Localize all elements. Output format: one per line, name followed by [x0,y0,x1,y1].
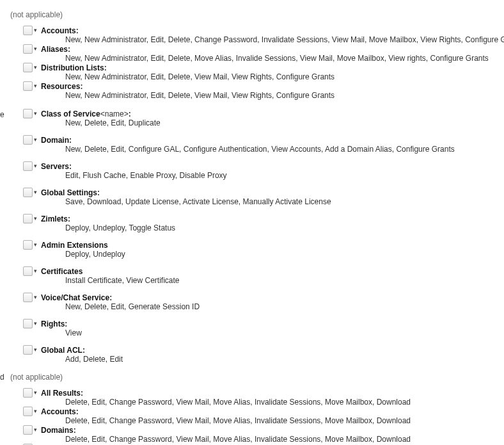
section-servers: ▾Servers:Edit, Flush Cache, Enable Proxy… [23,161,504,180]
caret-down-icon: ▾ [34,83,37,89]
caret-down-icon: ▾ [34,137,37,143]
section-title-domain: Domain [41,136,69,145]
expander-certs[interactable]: ▾ [23,266,37,276]
section-title-suffix-cos: <name> [100,109,129,118]
section-title-rights: Rights [41,320,65,328]
section-title-gacl: Global ACL [41,346,83,355]
section-ops-domain: New, Delete, Edit, Configure GAL, Config… [65,145,504,154]
expand-box-icon [23,345,33,355]
section-ops-distlists: New, New Administrator, Edit, Delete, Vi… [65,72,504,81]
group-results: ▾All Results:Delete, Edit, Change Passwo… [0,388,504,445]
caret-down-icon: ▾ [34,111,37,117]
not-applicable-label-1: (not applicable) [10,10,63,19]
expander-voicechat[interactable]: ▾ [23,293,37,302]
expand-box-icon [23,26,33,35]
not-applicable-label-2: (not applicable) [10,373,63,382]
section-ops-voicechat: New, Delete, Edit, Generate Session ID [65,302,504,311]
section-ops-cos: New, Delete, Edit, Duplicate [65,118,504,127]
section-aliases: ▾Aliases:New, New Administrator, Edit, D… [23,44,504,63]
caret-down-icon: ▾ [34,390,37,396]
section-title-colon-servers: : [69,162,72,171]
expander-adminext[interactable]: ▾ [23,240,37,250]
caret-down-icon: ▾ [34,347,37,353]
expand-box-icon [23,266,33,276]
expander-allresults[interactable]: ▾ [23,388,37,398]
expander-gsettings[interactable]: ▾ [23,188,37,197]
expander-distlists[interactable]: ▾ [23,63,37,72]
expand-box-icon [23,214,33,223]
section-title-colon-distlists: : [104,63,107,72]
section-domain: ▾Domain:New, Delete, Edit, Configure GAL… [23,135,504,154]
section-accounts: ▾Accounts:New, New Administrator, Edit, … [23,26,504,44]
section-title-voicechat: Voice/Chat Service [41,293,109,302]
left-fragment-e: e [0,110,4,119]
expand-box-icon [23,388,33,398]
section-title-adminext: Admin Extensions [41,241,108,250]
expander-accounts[interactable]: ▾ [23,26,37,35]
section-voicechat: ▾Voice/Chat Service:New, Delete, Edit, G… [23,293,504,311]
expand-box-icon [23,44,33,54]
caret-down-icon: ▾ [34,216,37,222]
section-ops-accounts: New, New Administrator, Edit, Delete, Ch… [65,35,504,44]
section-ops-accounts2: Delete, Edit, Change Password, View Mail… [65,416,504,425]
section-gacl: ▾Global ACL:Add, Delete, Edit [23,345,504,364]
expand-box-icon [23,240,33,250]
section-title-distlists: Distribution Lists [41,63,104,72]
caret-down-icon: ▾ [34,163,37,169]
section-title-colon-cos: : [129,109,131,118]
expand-box-icon [23,319,33,328]
section-title-colon-resources: : [80,82,83,91]
section-title-allresults: All Results [41,389,81,398]
section-ops-aliases: New, New Administrator, Edit, Delete, Mo… [65,54,504,63]
section-title-colon-aliases: : [68,45,70,54]
expander-resources[interactable]: ▾ [23,81,37,91]
section-certs: ▾CertificatesInstall Certificate, View C… [23,266,504,285]
expand-box-icon [23,135,33,145]
section-distlists: ▾Distribution Lists:New, New Administrat… [23,63,504,81]
section-title-colon-domains2: : [74,426,76,435]
section-title-colon-zimlets: : [68,214,70,223]
expand-box-icon [23,161,33,171]
section-gsettings: ▾Global Settings:Save, Download, Update … [23,188,504,206]
section-title-cos: Class of Service [41,109,100,118]
expander-aliases[interactable]: ▾ [23,44,37,54]
expander-domains2[interactable]: ▾ [23,425,37,435]
expander-accounts2[interactable]: ▾ [23,407,37,416]
section-title-aliases: Aliases [41,45,68,54]
caret-down-icon: ▾ [34,427,37,433]
caret-down-icon: ▾ [34,295,37,300]
section-title-colon-gsettings: : [97,188,100,197]
expander-zimlets[interactable]: ▾ [23,214,37,223]
section-cos: ▾Class of Service <name>:New, Delete, Ed… [23,109,504,127]
section-ops-resources: New, New Administrator, Edit, Delete, Vi… [65,91,504,100]
section-rights: ▾Rights:View [23,319,504,337]
expander-cos[interactable]: ▾ [23,109,37,118]
section-title-colon-domain: : [69,136,72,145]
expander-servers[interactable]: ▾ [23,161,37,171]
section-title-resources: Resources [41,82,80,91]
caret-down-icon: ▾ [34,409,37,414]
section-title-certs: Certificates [41,267,83,276]
section-domains2: ▾Domains:Delete, Edit, Change Password, … [23,425,504,444]
caret-down-icon: ▾ [34,321,37,327]
caret-down-icon: ▾ [34,28,37,33]
section-title-domains2: Domains [41,426,74,435]
section-zimlets: ▾Zimlets:Deploy, Undeploy, Toggle Status [23,214,504,232]
expander-rights[interactable]: ▾ [23,319,37,328]
expand-box-icon [23,425,33,435]
section-title-accounts: Accounts [41,26,76,35]
caret-down-icon: ▾ [34,268,37,274]
section-title-colon-voicechat: : [109,293,112,302]
section-title-zimlets: Zimlets [41,214,68,223]
section-title-accounts2: Accounts [41,407,76,416]
section-ops-rights: View [65,328,504,337]
caret-down-icon: ▾ [34,190,37,195]
section-title-servers: Servers [41,162,69,171]
section-ops-zimlets: Deploy, Undeploy, Toggle Status [65,223,504,232]
expander-gacl[interactable]: ▾ [23,345,37,355]
section-ops-gsettings: Save, Download, Update License, Activate… [65,197,504,206]
expand-box-icon [23,109,33,118]
caret-down-icon: ▾ [34,65,37,70]
section-title-gsettings: Global Settings [41,188,97,197]
expander-domain[interactable]: ▾ [23,135,37,145]
